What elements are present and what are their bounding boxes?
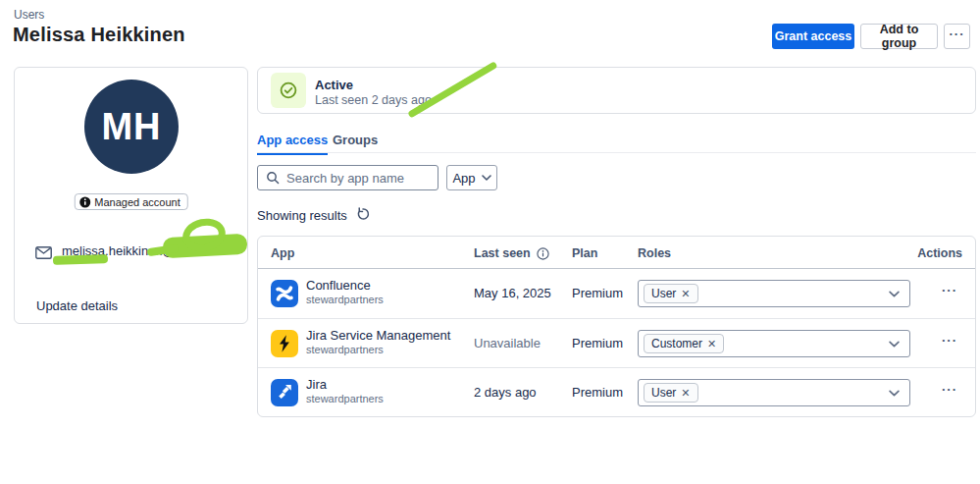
last-seen-value: May 16, 2025 [474,286,551,300]
status-badge: Active [315,78,353,92]
row-more-actions-button[interactable]: ··· [937,282,962,303]
search-box[interactable] [257,165,438,190]
page-title: Melissa Heikkinen [13,24,185,46]
remove-role-icon[interactable]: ✕ [707,338,716,350]
search-input[interactable] [286,171,430,186]
chevron-down-icon [889,390,900,397]
grant-access-button[interactable]: Grant access [772,24,854,49]
app-name[interactable]: Jira Service Management [306,328,450,343]
last-seen-value: Unavailable [474,336,541,350]
role-chip: Customer ✕ [644,334,724,353]
jira-icon [271,379,298,406]
more-actions-button[interactable]: ··· [944,24,970,49]
app-access-table: App Last seen Plan Roles Actions Conflue… [257,236,976,417]
table-header: App Last seen Plan Roles Actions [258,237,975,269]
status-icon-box [271,73,306,108]
jira-service-management-icon [271,330,298,357]
info-filled-icon [78,196,90,208]
chevron-down-icon [889,341,900,348]
row-more-actions-button[interactable]: ··· [937,381,962,403]
update-details-link[interactable]: Update details [36,298,118,313]
confluence-icon [271,280,298,307]
tab-groups[interactable]: Groups [333,133,378,153]
check-circle-icon [279,81,298,100]
row-more-actions-button[interactable]: ··· [937,332,962,353]
breadcrumb[interactable]: Users [14,8,44,22]
roles-select[interactable]: Customer ✕ [638,330,910,357]
roles-select[interactable]: User ✕ [638,280,910,307]
chevron-down-icon [482,175,491,181]
reset-filters-icon[interactable] [356,207,370,224]
column-header-roles: Roles [638,246,671,260]
managed-account-badge[interactable]: Managed account [74,193,187,210]
add-to-group-button[interactable]: Add to group [860,24,938,49]
search-icon [266,171,280,185]
app-org: stewardpartners [306,294,384,305]
showing-results-label: Showing results [257,208,347,223]
table-row-jira: Jira stewardpartners 2 days ago Premium … [258,367,975,416]
last-seen-value: 2 days ago [474,385,537,400]
column-header-actions: Actions [917,246,962,260]
app-name[interactable]: Jira [306,377,327,392]
plan-value: Premium [572,385,623,400]
status-card: Active Last seen 2 days ago [257,67,976,114]
column-header-plan: Plan [572,246,597,260]
plan-value: Premium [572,286,623,300]
role-chip: User ✕ [644,383,698,403]
role-chip-label: User [651,386,676,400]
role-chip-label: User [651,287,676,300]
managed-account-label: Managed account [94,196,180,208]
status-last-seen: Last seen 2 days ago [315,93,432,107]
column-header-last-seen: Last seen [474,246,549,260]
table-row-confluence: Confluence stewardpartners May 16, 2025 … [258,269,975,318]
table-row-jira-service-management: Jira Service Management stewardpartners … [258,318,975,367]
chevron-down-icon [889,291,900,297]
profile-card: MH Managed account melissa.heikkinen@ Up… [14,67,248,324]
app-filter-label: App [452,171,475,186]
remove-role-icon[interactable]: ✕ [681,288,690,300]
app-org: stewardpartners [306,344,384,355]
plan-value: Premium [572,336,623,350]
envelope-icon [35,245,52,263]
remove-role-icon[interactable]: ✕ [681,387,690,400]
user-detail-page: Users Melissa Heikkinen Grant access Add… [0,0,980,484]
roles-select[interactable]: User ✕ [638,379,910,406]
column-header-app: App [271,246,294,260]
results-bar: Showing results [257,206,370,224]
info-icon[interactable] [537,247,549,260]
role-chip: User ✕ [644,284,698,303]
role-chip-label: Customer [651,337,702,350]
app-name[interactable]: Confluence [306,278,371,293]
last-seen-label: Last seen [474,246,531,260]
tabs-divider [257,152,976,153]
avatar: MH [84,80,179,174]
app-org: stewardpartners [306,393,384,404]
app-filter-dropdown[interactable]: App [446,165,497,190]
